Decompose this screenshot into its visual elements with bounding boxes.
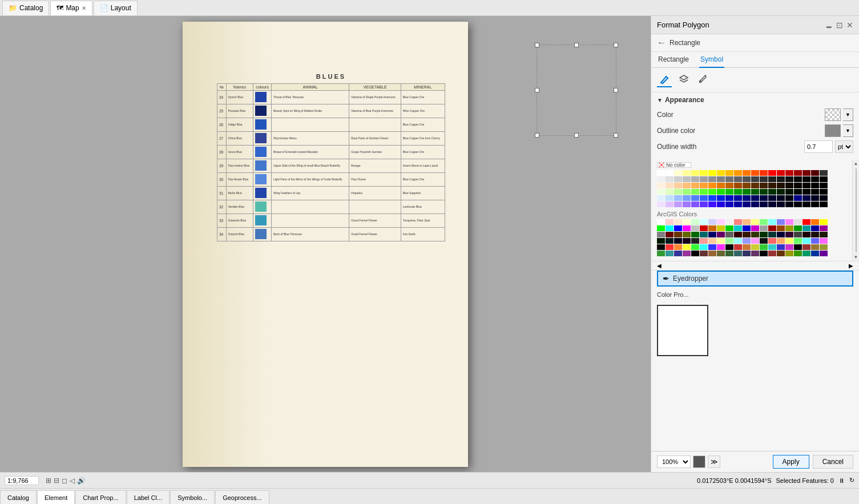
color-cell[interactable] (666, 251, 674, 256)
color-cell[interactable] (691, 232, 699, 237)
handle-bottom-center[interactable] (574, 133, 579, 138)
tab-map[interactable]: 🗺 Map ✕ (50, 1, 92, 15)
bottom-tab-symbol[interactable]: Symbolo... (170, 490, 215, 504)
color-cell[interactable] (802, 251, 810, 256)
color-cell[interactable] (674, 219, 682, 225)
color-cell[interactable] (725, 232, 733, 237)
color-cell[interactable] (768, 219, 776, 225)
color-cell[interactable] (725, 219, 733, 225)
color-cell[interactable] (751, 251, 759, 256)
handle-bottom-right[interactable] (614, 133, 618, 138)
color-cell[interactable] (777, 183, 785, 188)
color-cell[interactable] (802, 238, 810, 244)
outline-width-input[interactable] (804, 140, 833, 153)
color-cell[interactable] (751, 225, 759, 231)
color-cell[interactable] (794, 170, 802, 176)
color-cell[interactable] (666, 232, 674, 237)
color-cell[interactable] (760, 232, 768, 237)
color-button[interactable] (825, 108, 841, 121)
color-cell[interactable] (794, 201, 802, 207)
color-cell[interactable] (717, 183, 725, 188)
color-cell[interactable] (725, 225, 733, 231)
color-cell[interactable] (785, 189, 793, 195)
color-cell[interactable] (785, 201, 793, 207)
color-cell[interactable] (691, 176, 699, 182)
color-cell[interactable] (760, 195, 768, 201)
color-cell[interactable] (802, 189, 810, 195)
bottom-tab-geo[interactable]: Geoprocess... (215, 490, 269, 504)
color-cell[interactable] (811, 232, 819, 237)
color-cell[interactable] (708, 251, 716, 256)
color-cell[interactable] (777, 232, 785, 237)
color-cell[interactable] (768, 251, 776, 256)
color-cell[interactable] (734, 195, 742, 201)
color-cell[interactable] (683, 238, 691, 244)
scroll-up[interactable]: ▲ (853, 160, 859, 167)
color-cell[interactable] (725, 195, 733, 201)
color-cell[interactable] (777, 189, 785, 195)
color-cell[interactable] (802, 225, 810, 231)
color-cell[interactable] (725, 170, 733, 176)
color-cell[interactable] (700, 225, 708, 231)
color-cell[interactable] (734, 232, 742, 237)
tab-map-close[interactable]: ✕ (82, 5, 86, 11)
color-cell[interactable] (768, 176, 776, 182)
color-cell[interactable] (657, 201, 665, 207)
color-cell[interactable] (802, 219, 810, 225)
color-cell[interactable] (717, 219, 725, 225)
color-cell[interactable] (777, 195, 785, 201)
color-cell[interactable] (794, 232, 802, 237)
color-cell[interactable] (700, 201, 708, 207)
map-area[interactable]: BLUES №NamescoloursANIMALVEGETABLEMINERA… (0, 16, 651, 472)
color-cell[interactable] (785, 225, 793, 231)
color-cell[interactable] (802, 176, 810, 182)
color-cell[interactable] (657, 225, 665, 231)
pause-icon[interactable]: ⏸ (838, 477, 845, 484)
status-icon-2[interactable]: ⊟ (54, 477, 59, 485)
color-cell[interactable] (820, 251, 828, 256)
color-cell[interactable] (820, 176, 828, 182)
color-cell[interactable] (657, 176, 665, 182)
color-cell[interactable] (794, 183, 802, 188)
color-cell[interactable] (811, 244, 819, 250)
color-cell[interactable] (700, 176, 708, 182)
color-cell[interactable] (777, 251, 785, 256)
color-cell[interactable] (794, 238, 802, 244)
handle-top-center[interactable] (574, 43, 579, 47)
color-cell[interactable] (691, 219, 699, 225)
status-icon-1[interactable]: ⊞ (46, 477, 51, 485)
handle-middle-left[interactable] (535, 88, 539, 92)
color-cell[interactable] (794, 244, 802, 250)
color-cell[interactable] (760, 176, 768, 182)
color-cell[interactable] (657, 183, 665, 188)
color-cell[interactable] (700, 251, 708, 256)
close-panel-button[interactable]: ✕ (846, 21, 853, 30)
color-cell[interactable] (708, 183, 716, 188)
bottom-tab-label[interactable]: Label Cl... (127, 490, 170, 504)
outline-color-arrow[interactable]: ▼ (843, 124, 853, 137)
color-cell[interactable] (760, 225, 768, 231)
color-cell[interactable] (708, 244, 716, 250)
color-cell[interactable] (700, 232, 708, 237)
detach-button[interactable]: ⊡ (836, 21, 843, 30)
back-button[interactable]: ← (657, 38, 666, 48)
handle-bottom-left[interactable] (535, 133, 539, 138)
color-cell[interactable] (751, 232, 759, 237)
color-cell[interactable] (717, 232, 725, 237)
color-cell[interactable] (768, 183, 776, 188)
color-cell[interactable] (794, 195, 802, 201)
color-cell[interactable] (691, 244, 699, 250)
appearance-header[interactable]: ▼ Appearance (657, 96, 853, 104)
color-cell[interactable] (666, 219, 674, 225)
color-cell[interactable] (811, 170, 819, 176)
color-cell[interactable] (820, 232, 828, 237)
color-cell[interactable] (666, 176, 674, 182)
color-cell[interactable] (760, 219, 768, 225)
color-cell[interactable] (717, 195, 725, 201)
color-cell[interactable] (785, 251, 793, 256)
color-cell[interactable] (820, 189, 828, 195)
handle-top-left[interactable] (535, 43, 539, 47)
color-cell[interactable] (743, 244, 751, 250)
color-cell[interactable] (794, 176, 802, 182)
color-cell[interactable] (683, 251, 691, 256)
